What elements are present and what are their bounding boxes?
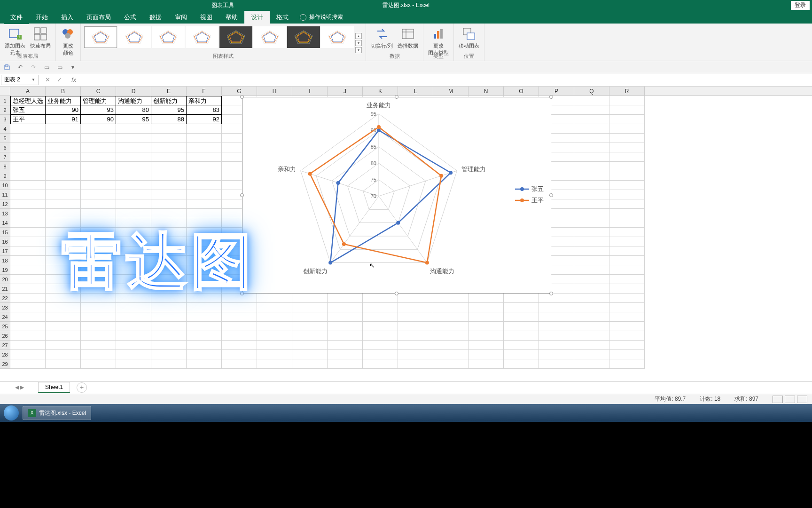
tab-file[interactable]: 文件 — [4, 11, 29, 24]
cell[interactable] — [116, 134, 151, 143]
cell[interactable] — [574, 359, 609, 369]
cell[interactable] — [504, 303, 539, 312]
cell[interactable] — [433, 294, 468, 303]
cell[interactable] — [363, 322, 398, 331]
tab-review[interactable]: 审阅 — [168, 11, 194, 24]
cell[interactable] — [433, 350, 468, 359]
cell[interactable] — [468, 312, 504, 322]
col-header[interactable]: E — [151, 87, 187, 95]
cell[interactable] — [10, 341, 46, 350]
cell[interactable] — [81, 190, 116, 199]
cell[interactable] — [257, 294, 292, 303]
scroll-down-icon[interactable]: ▾ — [355, 40, 362, 46]
cell[interactable] — [81, 303, 116, 312]
cell[interactable] — [10, 134, 46, 143]
cell[interactable] — [433, 341, 468, 350]
col-header[interactable]: C — [81, 87, 116, 95]
cell[interactable] — [10, 294, 46, 303]
name-box[interactable]: 图表 2 ▼ — [1, 75, 39, 85]
cell[interactable] — [574, 162, 609, 171]
row-header[interactable]: 12 — [0, 199, 10, 209]
cell[interactable] — [574, 181, 609, 190]
cell[interactable] — [257, 350, 292, 359]
chart-style-6[interactable] — [253, 26, 286, 48]
cell[interactable] — [151, 190, 187, 199]
col-header[interactable]: Q — [574, 87, 609, 95]
cell[interactable] — [292, 359, 328, 369]
cell[interactable] — [574, 284, 609, 294]
cell[interactable] — [187, 303, 222, 312]
cell[interactable] — [433, 359, 468, 369]
cell[interactable] — [609, 265, 645, 275]
spreadsheet-grid[interactable]: ABCDEFGHIJKLMNOPQR 1总经理人选业务能力管理能力沟通能力创新能… — [0, 87, 812, 369]
cell[interactable] — [609, 322, 645, 331]
row-header[interactable]: 27 — [0, 341, 10, 350]
row-header[interactable]: 25 — [0, 322, 10, 331]
cell[interactable] — [187, 341, 222, 350]
name-box-dropdown-icon[interactable]: ▼ — [31, 78, 35, 82]
cell[interactable] — [292, 322, 328, 331]
cell[interactable]: 沟通能力 — [116, 96, 151, 105]
cell[interactable] — [609, 294, 645, 303]
cell[interactable]: 83 — [187, 105, 222, 115]
cell[interactable] — [10, 162, 46, 171]
cell[interactable] — [116, 190, 151, 199]
chart-style-4[interactable] — [186, 26, 219, 48]
cell[interactable] — [539, 294, 574, 303]
cell[interactable] — [609, 331, 645, 341]
col-header[interactable]: N — [468, 87, 504, 95]
cell[interactable] — [609, 171, 645, 181]
move-chart-button[interactable]: 移动图表 — [457, 25, 481, 50]
col-header[interactable]: M — [433, 87, 468, 95]
cell[interactable] — [81, 134, 116, 143]
cell[interactable] — [609, 228, 645, 237]
cell[interactable] — [433, 331, 468, 341]
cell[interactable] — [222, 359, 257, 369]
cell[interactable] — [10, 143, 46, 152]
cell[interactable] — [257, 331, 292, 341]
cell[interactable] — [504, 294, 539, 303]
cell[interactable] — [574, 275, 609, 284]
cell[interactable] — [398, 331, 433, 341]
cell[interactable] — [609, 190, 645, 199]
start-button[interactable] — [2, 405, 21, 421]
cell[interactable] — [609, 303, 645, 312]
cell[interactable] — [257, 312, 292, 322]
cell[interactable] — [609, 124, 645, 134]
cell[interactable] — [257, 322, 292, 331]
cell[interactable]: 88 — [151, 115, 187, 124]
cell[interactable] — [187, 162, 222, 171]
cell[interactable] — [574, 115, 609, 124]
cell[interactable] — [10, 190, 46, 199]
cell[interactable]: 80 — [116, 105, 151, 115]
cell[interactable] — [257, 341, 292, 350]
cell[interactable] — [398, 341, 433, 350]
cell[interactable] — [46, 171, 81, 181]
cell[interactable] — [151, 152, 187, 162]
cell[interactable] — [46, 124, 81, 134]
cell[interactable] — [187, 152, 222, 162]
cell[interactable] — [609, 359, 645, 369]
cell[interactable] — [10, 265, 46, 275]
view-break-icon[interactable] — [797, 396, 807, 403]
row-header[interactable]: 24 — [0, 312, 10, 322]
change-colors-button[interactable]: 更改 颜色 — [59, 25, 78, 57]
cell[interactable] — [574, 331, 609, 341]
resize-handle[interactable] — [395, 95, 398, 99]
cell[interactable] — [574, 134, 609, 143]
row-header[interactable]: 28 — [0, 350, 10, 359]
cell[interactable] — [609, 209, 645, 218]
cell[interactable] — [116, 199, 151, 209]
cell[interactable] — [257, 303, 292, 312]
cell[interactable] — [10, 218, 46, 228]
cell[interactable] — [187, 124, 222, 134]
col-header[interactable]: L — [398, 87, 433, 95]
scroll-up-icon[interactable]: ▴ — [355, 33, 362, 39]
cell[interactable] — [539, 359, 574, 369]
sheet-nav[interactable]: ◀ ▶ — [9, 384, 30, 390]
cell[interactable] — [81, 359, 116, 369]
cell[interactable] — [10, 275, 46, 284]
chart-style-1[interactable] — [84, 26, 117, 48]
row-header[interactable]: 18 — [0, 256, 10, 265]
col-header[interactable]: O — [504, 87, 539, 95]
